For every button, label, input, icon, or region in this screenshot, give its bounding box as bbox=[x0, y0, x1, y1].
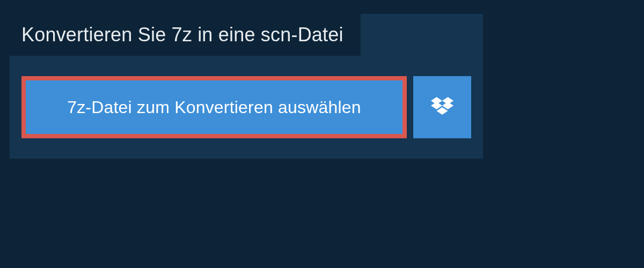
title-bar: Konvertieren Sie 7z in eine scn-Datei bbox=[10, 14, 361, 56]
dropbox-icon bbox=[431, 97, 453, 117]
dropbox-button[interactable] bbox=[413, 76, 471, 138]
button-row: 7z-Datei zum Konvertieren auswählen bbox=[10, 76, 483, 138]
converter-panel: Konvertieren Sie 7z in eine scn-Datei 7z… bbox=[10, 14, 483, 159]
page-title: Konvertieren Sie 7z in eine scn-Datei bbox=[21, 24, 343, 46]
select-file-button[interactable]: 7z-Datei zum Konvertieren auswählen bbox=[21, 76, 407, 138]
select-file-label: 7z-Datei zum Konvertieren auswählen bbox=[67, 98, 361, 117]
